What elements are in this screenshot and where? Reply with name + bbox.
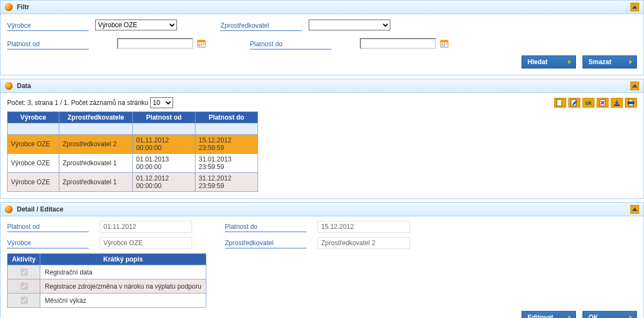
cell: 01.11.2012 00:00:00 [133,135,195,154]
svg-rect-5 [203,43,204,45]
activity-label: Registrační data [40,265,206,279]
label-zprostredkovatel: Zprostředkovatel [220,20,302,31]
panel-filter-header: Filtr [1,1,643,14]
panel-detail-title: Detail / Editace [17,205,63,213]
collapse-button-data[interactable] [630,82,639,90]
svg-rect-22 [629,104,633,106]
label-platnost-od: Platnost od [7,38,89,49]
svg-rect-12 [446,43,447,45]
arrow-icon [568,315,571,318]
col-platnost-do[interactable]: Platnost do [195,112,258,123]
toolbar-new-button[interactable] [554,98,566,108]
cell: 01.01.2013 00:00:00 [133,154,195,173]
toolbar-print-button[interactable] [625,98,637,108]
ball-icon [5,82,13,90]
cell: Výrobce OZE [8,154,59,173]
label-vyrobce: Výrobce [7,20,89,31]
label-platnost-do: Platnost do [250,38,332,49]
svg-marker-0 [632,5,637,9]
svg-rect-19 [614,104,620,106]
col-zprostredkovatele[interactable]: Zprostředkovatele [59,112,133,123]
svg-rect-6 [199,45,200,46]
smazat-button[interactable]: Smazat [582,55,637,68]
input-platnost-do[interactable] [360,38,436,49]
activity-checkbox[interactable] [21,269,28,276]
table-row[interactable]: Výrobce OZE Zprostředkovatel 2 01.11.201… [8,135,258,154]
detail-label-platnost-do: Platnost do [225,221,306,232]
svg-rect-14 [444,45,445,46]
filter-input-zprostredkovatele[interactable] [60,124,131,133]
svg-rect-2 [198,40,205,42]
svg-rect-10 [441,43,443,45]
toolbar-edit-button[interactable] [568,98,580,108]
cell: Zprostředkovatel 1 [59,154,133,173]
cell: 15.12.2012 23:59:59 [195,135,258,154]
activity-row: Registrační data [8,265,206,279]
svg-marker-15 [632,84,637,88]
ball-icon [5,205,13,213]
input-platnost-od[interactable] [117,38,193,49]
svg-rect-7 [201,45,202,46]
ball-icon [5,3,13,11]
editovat-button[interactable]: Editovat [522,311,576,318]
select-zprostredkovatel[interactable] [309,20,390,30]
select-vyrobce[interactable]: Výrobce OZE [95,20,177,30]
panel-data-header: Data [1,79,643,93]
activity-checkbox[interactable] [21,297,28,304]
col-platnost-od[interactable]: Platnost od [133,112,195,123]
arrow-icon [629,60,632,64]
toolbar-ok-label: ok [585,100,592,106]
detail-value-platnost-od: 01.11.2012 [100,221,192,233]
panel-filter: Filtr Výrobce Výrobce OZE Zprostředkovat… [0,0,644,76]
ok-button[interactable]: OK [582,311,637,318]
activity-label: Registrace zdroje/změna v nároku na výpl… [40,279,206,294]
svg-rect-20 [629,99,633,102]
page-size-select[interactable]: 10 [150,97,173,108]
filter-input-vyrobce[interactable] [9,124,58,133]
activity-row: Registrace zdroje/změna v nároku na výpl… [8,279,206,294]
collapse-button-detail[interactable] [630,205,639,214]
panel-data-title: Data [17,82,31,90]
ok-label: OK [588,314,598,318]
toolbar-delete-button[interactable] [597,98,609,108]
detail-value-vyrobce: Výrobce OZE [100,237,192,249]
record-count: Počet: 3, strana 1 / 1. Počet záznamů na… [7,97,173,108]
col-aktivity: Aktivity [8,254,40,265]
hledat-label: Hledat [528,58,548,66]
filter-input-platnost-od[interactable] [134,124,194,133]
col-vyrobce[interactable]: Výrobce [8,112,59,123]
toolbar-ok-button[interactable]: ok [582,98,594,108]
activities-table: Aktivity Krátký popis Registrační data R… [7,253,206,308]
detail-value-zprostredkovatel: Zprostředkovatel 2 [317,237,410,249]
cell: 01.12.2012 00:00:00 [133,173,195,192]
cell: 31.01.2013 23:59:59 [195,154,258,173]
filter-input-platnost-do[interactable] [197,124,256,133]
svg-rect-11 [444,43,445,45]
detail-label-platnost-od: Platnost od [7,221,89,232]
svg-rect-16 [557,99,562,106]
activity-label: Měsíční výkaz [40,294,206,308]
table-row[interactable]: Výrobce OZE Zprostředkovatel 1 01.01.201… [8,154,258,173]
cell: Zprostředkovatel 1 [59,173,133,192]
panel-detail-header: Detail / Editace [1,203,643,216]
smazat-label: Smazat [588,58,611,66]
activity-row: Měsíční výkaz [8,294,206,308]
detail-label-vyrobce: Výrobce [7,237,89,248]
detail-value-platnost-do: 15.12.2012 [317,221,410,233]
svg-marker-23 [632,208,637,211]
calendar-icon[interactable] [439,39,449,48]
collapse-button-filter[interactable] [630,3,639,11]
cell: Zprostředkovatel 2 [59,135,133,154]
cell: Výrobce OZE [8,173,59,192]
detail-label-zprostredkovatel: Zprostředkovatel [225,237,306,248]
svg-rect-9 [440,40,448,42]
panel-filter-title: Filtr [17,3,29,11]
panel-data: Data Počet: 3, strana 1 / 1. Počet zázna… [0,79,644,199]
arrow-icon [568,60,571,64]
hledat-button[interactable]: Hledat [522,55,576,68]
svg-rect-13 [441,45,443,46]
toolbar-export-button[interactable] [611,98,623,108]
calendar-icon[interactable] [197,39,206,48]
activity-checkbox[interactable] [21,283,28,290]
table-row[interactable]: Výrobce OZE Zprostředkovatel 1 01.12.201… [8,173,258,192]
